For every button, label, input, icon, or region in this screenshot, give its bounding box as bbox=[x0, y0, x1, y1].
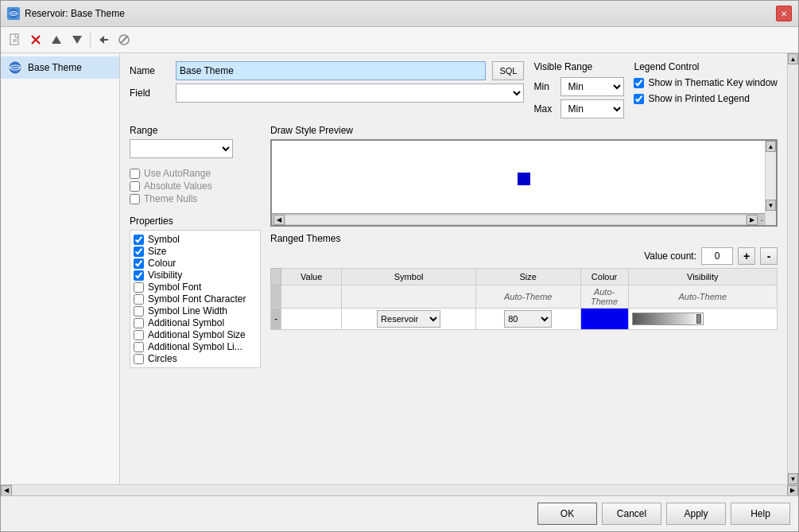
visibility-bar[interactable] bbox=[632, 313, 704, 325]
hscroll-right[interactable]: ▶ bbox=[787, 485, 798, 496]
prop-symbol-line-width-checkbox[interactable] bbox=[134, 306, 144, 316]
scroll-label: - bbox=[761, 216, 763, 224]
field-dropdown[interactable] bbox=[176, 83, 524, 103]
max-dropdown[interactable]: Min Max Custom bbox=[560, 99, 624, 118]
theme-nulls-checkbox[interactable] bbox=[130, 194, 140, 204]
sidebar-item-label: Base Theme bbox=[28, 62, 82, 73]
size-dropdown[interactable]: 80 bbox=[504, 310, 552, 328]
new-button[interactable] bbox=[6, 30, 25, 49]
scroll-up-btn[interactable]: ▲ bbox=[766, 141, 776, 152]
prop-symbol-checkbox[interactable] bbox=[134, 235, 144, 245]
use-autorange-label: Use AutoRange bbox=[144, 168, 211, 179]
help-button[interactable]: Help bbox=[731, 503, 790, 525]
col-indicator-header bbox=[271, 269, 281, 285]
prop-symbol-line-width: Symbol Line Width bbox=[134, 305, 257, 316]
theme-nulls-item: Theme Nulls bbox=[130, 193, 261, 204]
printed-legend-label: Show in Printed Legend bbox=[648, 93, 749, 104]
visible-range-section: Visible Range Min Min Max Custom Max bbox=[533, 61, 624, 118]
prop-symbol-font: Symbol Font bbox=[134, 282, 257, 293]
field-label: Field bbox=[130, 87, 169, 99]
auto-visibility-cell: Auto-Theme bbox=[628, 285, 777, 309]
ranged-themes-section: Ranged Themes Value count: 0 + - bbox=[270, 233, 778, 476]
thematic-key-checkbox[interactable] bbox=[634, 78, 644, 88]
back-button[interactable] bbox=[94, 30, 113, 49]
prop-symbol-font-checkbox[interactable] bbox=[134, 282, 144, 293]
prop-symbol-line-width-label: Symbol Line Width bbox=[148, 305, 227, 316]
prop-symbol-font-char-checkbox[interactable] bbox=[134, 294, 144, 305]
visible-range-title: Visible Range bbox=[533, 61, 624, 72]
value-count-input[interactable]: 0 bbox=[701, 247, 733, 265]
min-dropdown[interactable]: Min Max Custom bbox=[560, 77, 624, 96]
sidebar: Base Theme bbox=[1, 53, 120, 484]
apply-button[interactable]: Apply bbox=[666, 503, 726, 525]
main-content: Base Theme Name Base Theme SQL bbox=[1, 53, 798, 484]
range-dropdown[interactable] bbox=[130, 139, 233, 158]
col-colour-header: Colour bbox=[580, 269, 628, 285]
prop-additional-symbol-size-checkbox[interactable] bbox=[134, 330, 144, 340]
legend-control-title: Legend Control bbox=[634, 61, 778, 72]
auto-indicator-cell bbox=[271, 285, 281, 309]
use-autorange-checkbox[interactable] bbox=[130, 169, 140, 179]
delete-icon bbox=[29, 33, 42, 46]
sql-button[interactable]: SQL bbox=[492, 61, 524, 80]
absolute-values-label: Absolute Values bbox=[144, 181, 212, 192]
sidebar-item-base-theme[interactable]: Base Theme bbox=[1, 56, 119, 79]
remove-count-button[interactable]: - bbox=[760, 247, 778, 265]
absolute-values-checkbox[interactable] bbox=[130, 181, 140, 192]
vis-handle[interactable] bbox=[696, 314, 701, 324]
row-colour-cell[interactable] bbox=[580, 309, 628, 330]
hscroll-left[interactable]: ◀ bbox=[1, 485, 12, 496]
properties-label: Properties bbox=[130, 216, 261, 227]
close-button[interactable]: ✕ bbox=[776, 6, 792, 21]
prop-additional-symbol-li-checkbox[interactable] bbox=[134, 342, 144, 352]
row-symbol-cell: Reservoir bbox=[342, 309, 476, 330]
preview-section: Draw Style Preview ◀ ▶ - ▲ bbox=[270, 125, 778, 227]
cancel-action-button[interactable] bbox=[114, 30, 134, 49]
prop-circles-checkbox[interactable] bbox=[134, 354, 144, 364]
row-value-cell[interactable] bbox=[281, 309, 342, 330]
cancel-button[interactable]: Cancel bbox=[602, 503, 661, 525]
scroll-down-btn[interactable]: ▼ bbox=[766, 200, 776, 211]
prop-visibility: Visibility bbox=[134, 270, 257, 281]
prop-colour-checkbox[interactable] bbox=[134, 258, 144, 269]
prop-additional-symbol-li: Additional Symbol Li... bbox=[134, 341, 257, 352]
printed-legend-row: Show in Printed Legend bbox=[634, 93, 778, 104]
toolbar-separator bbox=[90, 32, 91, 48]
symbol-dropdown[interactable]: Reservoir bbox=[377, 310, 440, 328]
printed-legend-checkbox[interactable] bbox=[634, 94, 644, 104]
prop-symbol: Symbol bbox=[134, 234, 257, 245]
main-scroll-up[interactable]: ▲ bbox=[788, 53, 798, 64]
prop-size-checkbox[interactable] bbox=[134, 247, 144, 257]
prop-additional-symbol-checkbox[interactable] bbox=[134, 318, 144, 328]
svg-line-13 bbox=[121, 37, 127, 43]
table-row: - Reservoir bbox=[271, 309, 778, 330]
row-visibility-cell bbox=[628, 309, 777, 330]
window-title: Reservoir: Base Theme bbox=[25, 8, 125, 19]
row-indicator: - bbox=[274, 313, 277, 324]
min-label: Min bbox=[533, 81, 556, 92]
row-size-cell: 80 bbox=[475, 309, 580, 330]
scroll-left-btn[interactable]: ◀ bbox=[273, 215, 285, 225]
title-bar-left: Reservoir: Base Theme bbox=[7, 7, 125, 20]
themes-table: Value Symbol Size Colour Visibility bbox=[270, 268, 778, 330]
auto-colour-cell: Auto-Theme bbox=[580, 285, 628, 309]
name-input[interactable]: Base Theme bbox=[176, 61, 486, 80]
delete-button[interactable] bbox=[26, 30, 45, 49]
move-up-button[interactable] bbox=[47, 30, 66, 49]
col-value-header: Value bbox=[281, 269, 342, 285]
preview-symbol bbox=[518, 173, 530, 185]
horizontal-scrollbar: ◀ ▶ bbox=[1, 484, 798, 495]
add-count-button[interactable]: + bbox=[738, 247, 755, 265]
title-bar: Reservoir: Base Theme ✕ bbox=[1, 1, 798, 27]
colour-dropdown[interactable] bbox=[584, 311, 625, 327]
range-section: Range bbox=[130, 125, 261, 158]
ok-button[interactable]: OK bbox=[537, 503, 597, 525]
col-size-header: Size bbox=[475, 269, 580, 285]
back-icon bbox=[97, 33, 110, 46]
main-scroll-down[interactable]: ▼ bbox=[788, 473, 798, 484]
main-scroll-track bbox=[788, 64, 798, 473]
v-scroll-track bbox=[766, 152, 776, 200]
scroll-right-btn[interactable]: ▶ bbox=[747, 215, 758, 225]
prop-visibility-checkbox[interactable] bbox=[134, 270, 144, 281]
move-down-button[interactable] bbox=[68, 30, 87, 49]
